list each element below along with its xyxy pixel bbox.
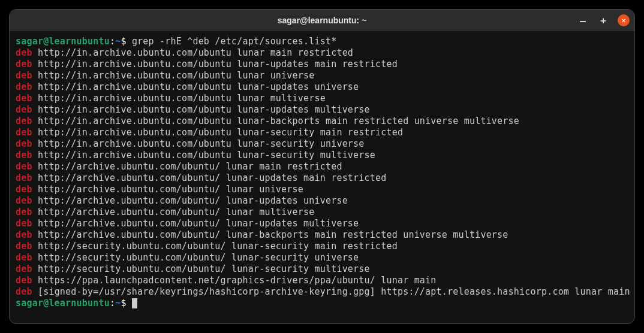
grep-match: deb: [16, 218, 32, 229]
grep-match: deb: [16, 172, 32, 183]
output-text: http://in.archive.ubuntu.com/ubuntu luna…: [32, 70, 315, 81]
output-text: http://in.archive.ubuntu.com/ubuntu luna…: [32, 116, 519, 126]
command-line: sagar@learnubuntu:~$ grep -rhE ^deb /etc…: [16, 36, 628, 47]
grep-match: deb: [16, 150, 32, 161]
window-title: sagar@learnubuntu: ~: [278, 16, 367, 25]
output-line: deb http://archive.ubuntu.com/ubuntu/ lu…: [16, 229, 628, 241]
output-line: deb http://archive.ubuntu.com/ubuntu/ lu…: [16, 161, 628, 172]
grep-match: deb: [16, 275, 32, 286]
output-text: http://in.archive.ubuntu.com/ubuntu luna…: [32, 59, 398, 69]
output-line: deb http://in.archive.ubuntu.com/ubuntu …: [16, 47, 628, 59]
grep-match: deb: [16, 286, 32, 297]
output-line: deb http://archive.ubuntu.com/ubuntu/ lu…: [16, 184, 628, 195]
grep-match: deb: [16, 93, 32, 104]
output-line: deb http://in.archive.ubuntu.com/ubuntu …: [16, 150, 628, 161]
output-line: deb http://security.ubuntu.com/ubuntu/ l…: [16, 264, 628, 275]
output-text: http://in.archive.ubuntu.com/ubuntu luna…: [32, 127, 403, 138]
output-text: http://archive.ubuntu.com/ubuntu/ lunar …: [32, 184, 303, 195]
output-text: http://in.archive.ubuntu.com/ubuntu luna…: [32, 93, 326, 104]
output-text: http://in.archive.ubuntu.com/ubuntu luna…: [32, 47, 353, 58]
output-text: http://archive.ubuntu.com/ubuntu/ lunar …: [32, 207, 315, 217]
titlebar: sagar@learnubuntu: ~ – + ✕: [10, 10, 634, 31]
output-line: deb http://security.ubuntu.com/ubuntu/ l…: [16, 252, 628, 264]
prompt-colon: :: [110, 298, 115, 308]
output-line: deb https://ppa.launchpadcontent.net/gra…: [16, 275, 628, 286]
grep-match: deb: [16, 127, 32, 138]
prompt-line: sagar@learnubuntu:~$: [16, 298, 628, 309]
grep-match: deb: [16, 264, 32, 274]
output-text: http://security.ubuntu.com/ubuntu/ lunar…: [32, 264, 370, 274]
grep-match: deb: [16, 161, 32, 172]
output-text: http://security.ubuntu.com/ubuntu/ lunar…: [32, 252, 359, 263]
output-line: deb http://archive.ubuntu.com/ubuntu/ lu…: [16, 218, 628, 229]
output-line: deb http://archive.ubuntu.com/ubuntu/ lu…: [16, 172, 628, 184]
output-line: deb http://in.archive.ubuntu.com/ubuntu …: [16, 93, 628, 104]
output-text: http://security.ubuntu.com/ubuntu/ lunar…: [32, 241, 398, 252]
grep-match: deb: [16, 81, 32, 92]
output-line: deb http://archive.ubuntu.com/ubuntu/ lu…: [16, 207, 628, 218]
grep-match: deb: [16, 47, 32, 58]
terminal-window: sagar@learnubuntu: ~ – + ✕ sagar@learnub…: [9, 9, 635, 324]
prompt-symbol: $: [121, 298, 131, 308]
output-text: http://archive.ubuntu.com/ubuntu/ lunar-…: [32, 229, 508, 240]
grep-match: deb: [16, 116, 32, 126]
output-text: [signed-by=/usr/share/keyrings/hashicorp…: [32, 286, 630, 297]
window-controls: – + ✕: [577, 14, 630, 26]
output-text: http://in.archive.ubuntu.com/ubuntu luna…: [32, 138, 365, 149]
grep-match: deb: [16, 252, 32, 263]
grep-match: deb: [16, 184, 32, 195]
cursor: [132, 298, 137, 308]
command-text: grep -rhE ^deb /etc/apt/sources.list*: [132, 36, 337, 47]
prompt: sagar@learnubuntu:~$: [16, 36, 132, 47]
output-line: deb http://archive.ubuntu.com/ubuntu/ lu…: [16, 195, 628, 207]
maximize-button[interactable]: +: [597, 14, 609, 26]
output-line: deb http://in.archive.ubuntu.com/ubuntu …: [16, 59, 628, 70]
close-button[interactable]: ✕: [618, 14, 630, 26]
output-text: http://in.archive.ubuntu.com/ubuntu luna…: [32, 81, 359, 92]
output-line: deb http://in.archive.ubuntu.com/ubuntu …: [16, 116, 628, 127]
output-line: deb http://in.archive.ubuntu.com/ubuntu …: [16, 104, 628, 116]
terminal-body[interactable]: sagar@learnubuntu:~$ grep -rhE ^deb /etc…: [10, 31, 634, 314]
prompt-colon: :: [110, 36, 115, 47]
grep-match: deb: [16, 70, 32, 81]
output-text: http://archive.ubuntu.com/ubuntu/ lunar …: [32, 161, 342, 172]
output-text: https://ppa.launchpadcontent.net/graphic…: [32, 275, 437, 286]
grep-match: deb: [16, 59, 32, 69]
output-line: deb http://in.archive.ubuntu.com/ubuntu …: [16, 127, 628, 138]
grep-match: deb: [16, 195, 32, 206]
output-text: http://in.archive.ubuntu.com/ubuntu luna…: [32, 104, 370, 115]
output-line: deb http://in.archive.ubuntu.com/ubuntu …: [16, 70, 628, 81]
grep-match: deb: [16, 241, 32, 252]
prompt-user-host: sagar@learnubuntu: [16, 36, 110, 47]
output-text: http://archive.ubuntu.com/ubuntu/ lunar-…: [32, 195, 348, 206]
prompt: sagar@learnubuntu:~$: [16, 298, 132, 308]
grep-match: deb: [16, 104, 32, 115]
grep-match: deb: [16, 229, 32, 240]
prompt-symbol: $: [121, 36, 131, 47]
output-line: deb http://security.ubuntu.com/ubuntu/ l…: [16, 241, 628, 252]
grep-match: deb: [16, 138, 32, 149]
prompt-user-host: sagar@learnubuntu: [16, 298, 110, 308]
minimize-button[interactable]: –: [577, 14, 589, 26]
output-line: deb http://in.archive.ubuntu.com/ubuntu …: [16, 138, 628, 150]
grep-match: deb: [16, 207, 32, 217]
output-line: deb [signed-by=/usr/share/keyrings/hashi…: [16, 286, 628, 298]
output-text: http://in.archive.ubuntu.com/ubuntu luna…: [32, 150, 375, 161]
output-text: http://archive.ubuntu.com/ubuntu/ lunar-…: [32, 172, 387, 183]
output-text: http://archive.ubuntu.com/ubuntu/ lunar-…: [32, 218, 359, 229]
output-line: deb http://in.archive.ubuntu.com/ubuntu …: [16, 81, 628, 93]
